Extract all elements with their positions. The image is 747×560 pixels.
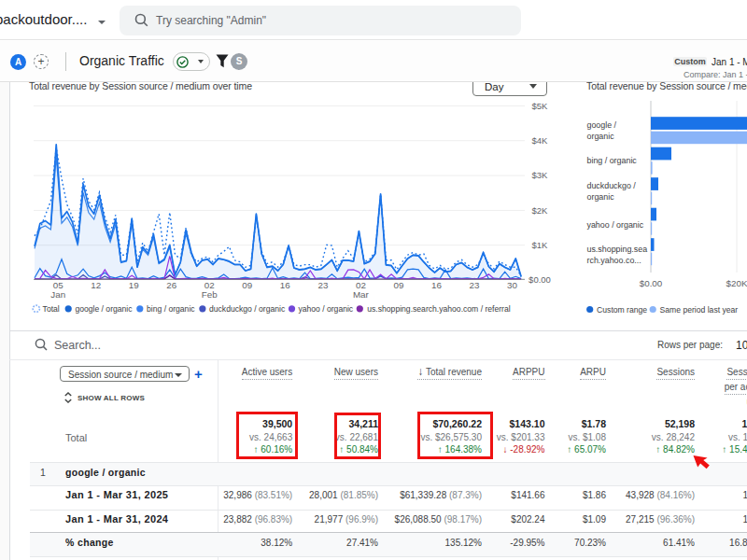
svg-text:Mar: Mar xyxy=(353,289,370,300)
svg-text:yahoo / organic: yahoo / organic xyxy=(587,220,644,230)
svg-text:16: 16 xyxy=(431,280,442,290)
svg-text:Feb: Feb xyxy=(202,289,218,300)
svg-text:$1K: $1K xyxy=(532,240,549,250)
svg-text:05: 05 xyxy=(53,280,63,290)
svg-text:organic: organic xyxy=(587,192,615,202)
svg-text:us.shopping.search.yahoo.com /: us.shopping.search.yahoo.com / referral xyxy=(367,304,510,314)
svg-text:19: 19 xyxy=(129,280,139,290)
svg-text:us.shopping.sea: us.shopping.sea xyxy=(587,245,648,254)
svg-text:rch.yahoo.co...: rch.yahoo.co... xyxy=(587,256,641,265)
svg-text:$0.00: $0.00 xyxy=(640,278,663,288)
svg-text:bing / organic: bing / organic xyxy=(147,304,195,314)
svg-text:$4K: $4K xyxy=(532,135,549,146)
svg-text:google /: google / xyxy=(587,120,617,130)
svg-text:02: 02 xyxy=(356,280,366,290)
svg-text:09: 09 xyxy=(393,280,403,290)
svg-text:organic: organic xyxy=(587,132,615,141)
svg-text:Same period last year: Same period last year xyxy=(660,305,739,315)
svg-text:12: 12 xyxy=(91,280,101,290)
svg-text:$0.00: $0.00 xyxy=(529,274,551,285)
svg-text:23: 23 xyxy=(470,280,480,290)
svg-text:16: 16 xyxy=(280,280,290,290)
svg-text:Jan: Jan xyxy=(50,289,65,300)
svg-text:02: 02 xyxy=(204,280,215,290)
svg-text:$20K: $20K xyxy=(726,278,747,288)
svg-text:30: 30 xyxy=(507,280,517,290)
svg-text:duckduckgo / organic: duckduckgo / organic xyxy=(209,304,286,314)
svg-text:Custom range: Custom range xyxy=(597,305,647,315)
svg-text:google / organic: google / organic xyxy=(75,304,133,314)
svg-text:duckduckgo /: duckduckgo / xyxy=(587,181,637,190)
svg-text:$3K: $3K xyxy=(532,170,549,180)
svg-text:$5K: $5K xyxy=(532,101,549,111)
svg-text:09: 09 xyxy=(242,280,252,290)
svg-text:Total: Total xyxy=(43,304,60,314)
svg-text:26: 26 xyxy=(166,280,176,290)
svg-text:23: 23 xyxy=(317,280,328,290)
svg-text:bing / organic: bing / organic xyxy=(587,156,638,165)
svg-text:yahoo / organic: yahoo / organic xyxy=(298,304,353,314)
svg-text:$2K: $2K xyxy=(532,205,549,216)
